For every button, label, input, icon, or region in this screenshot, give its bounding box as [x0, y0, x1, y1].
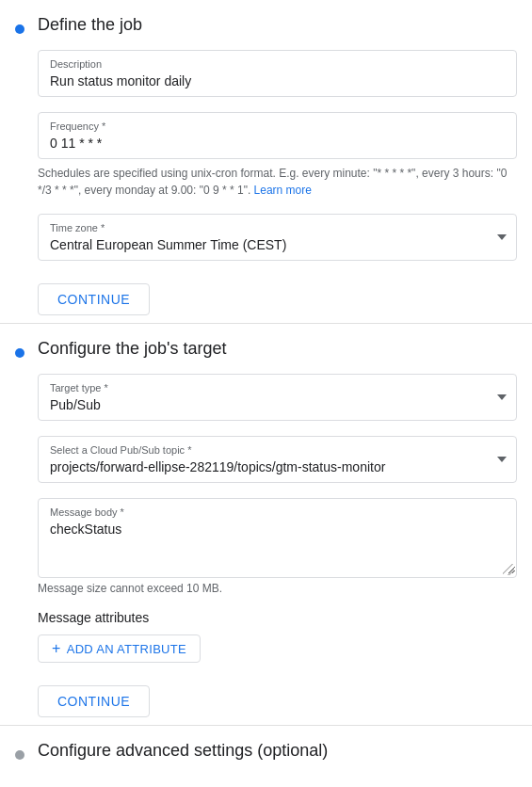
- configure-target-content: Configure the job's target Target type *…: [38, 339, 517, 717]
- bullet-dot-2: [15, 348, 24, 358]
- advanced-settings-content: Configure advanced settings (optional): [38, 741, 517, 776]
- advanced-settings-title: Configure advanced settings (optional): [38, 741, 517, 761]
- frequency-group: Frequency * 0 11 * * * Schedules are spe…: [38, 112, 517, 199]
- message-body-input[interactable]: checkStatus: [39, 518, 516, 574]
- configure-target-section: Configure the job's target Target type *…: [0, 339, 532, 717]
- target-type-label: Target type *: [50, 382, 482, 394]
- timezone-group: Time zone * Central European Summer Time…: [38, 214, 517, 261]
- description-group: Description Run status monitor daily: [38, 50, 517, 97]
- description-value: Run status monitor daily: [50, 73, 505, 88]
- bullet-dot-1: [15, 24, 24, 34]
- define-job-content: Define the job Description Run status mo…: [38, 15, 517, 315]
- frequency-field[interactable]: Frequency * 0 11 * * *: [38, 112, 517, 159]
- target-type-group: Target type * Pub/Sub: [38, 374, 517, 421]
- add-attribute-button[interactable]: + ADD AN ATTRIBUTE: [38, 634, 201, 663]
- target-type-dropdown-icon: [497, 394, 507, 400]
- advanced-settings-bullet: [15, 741, 38, 776]
- bullet-dot-3: [15, 750, 24, 760]
- timezone-value: Central European Summer Time (CEST): [50, 237, 482, 252]
- bottom-action-bar: UPDATE CANCEL: [0, 783, 532, 787]
- frequency-hint: Schedules are specified using unix-cron …: [38, 165, 517, 199]
- plus-icon: +: [52, 641, 61, 656]
- description-label: Description: [50, 58, 505, 70]
- message-body-label: Message body *: [39, 499, 516, 518]
- add-attribute-label: ADD AN ATTRIBUTE: [67, 642, 186, 656]
- define-job-bullet: [15, 15, 38, 315]
- topic-dropdown-icon: [497, 457, 507, 462]
- configure-target-bullet: [15, 339, 38, 717]
- timezone-label: Time zone *: [50, 222, 482, 233]
- message-attributes-group: Message attributes + ADD AN ATTRIBUTE: [38, 610, 517, 663]
- message-attributes-label: Message attributes: [38, 610, 517, 625]
- configure-target-continue-button[interactable]: CONTINUE: [38, 685, 150, 717]
- target-type-value: Pub/Sub: [50, 397, 482, 412]
- topic-field[interactable]: Select a Cloud Pub/Sub topic * projects/…: [38, 436, 517, 483]
- define-job-section: Define the job Description Run status mo…: [0, 15, 532, 315]
- target-type-field[interactable]: Target type * Pub/Sub: [38, 374, 517, 421]
- advanced-settings-section: Configure advanced settings (optional): [0, 741, 532, 776]
- message-size-hint: Message size cannot exceed 10 MB.: [38, 582, 517, 595]
- define-job-title: Define the job: [38, 15, 517, 35]
- section-divider-2: [0, 725, 532, 726]
- topic-value: projects/forward-ellipse-282119/topics/g…: [50, 459, 482, 474]
- topic-group: Select a Cloud Pub/Sub topic * projects/…: [38, 436, 517, 483]
- timezone-dropdown-icon: [497, 234, 507, 240]
- textarea-resize-handle[interactable]: [503, 564, 514, 575]
- define-job-continue-button[interactable]: CONTINUE: [38, 283, 150, 315]
- frequency-value: 0 11 * * *: [50, 136, 505, 151]
- message-body-container: Message body * checkStatus: [38, 498, 517, 578]
- configure-target-title: Configure the job's target: [38, 339, 517, 359]
- topic-label: Select a Cloud Pub/Sub topic *: [50, 444, 482, 456]
- message-body-group: Message body * checkStatus Message size …: [38, 498, 517, 595]
- frequency-label: Frequency *: [50, 120, 505, 132]
- learn-more-link[interactable]: Learn more: [254, 184, 312, 197]
- description-field[interactable]: Description Run status monitor daily: [38, 50, 517, 97]
- section-divider-1: [0, 323, 532, 324]
- timezone-field[interactable]: Time zone * Central European Summer Time…: [38, 214, 517, 261]
